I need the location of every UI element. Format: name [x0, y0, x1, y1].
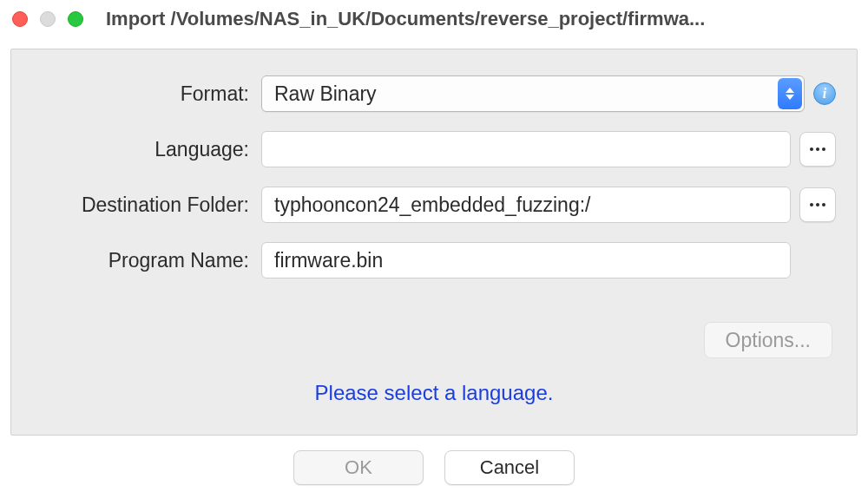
- program-label: Program Name:: [32, 249, 249, 272]
- language-label: Language:: [32, 138, 249, 161]
- language-row: Language:: [32, 131, 836, 167]
- format-label: Format:: [32, 82, 249, 106]
- ok-button: OK: [293, 450, 424, 485]
- format-row: Format: Raw Binary i: [32, 75, 836, 112]
- minimize-window-button: [40, 11, 56, 27]
- destination-label: Destination Folder:: [32, 193, 249, 217]
- ellipsis-icon: [816, 203, 819, 206]
- zoom-window-button[interactable]: [68, 11, 83, 27]
- traffic-lights: [12, 11, 83, 27]
- program-row: Program Name:: [32, 242, 836, 278]
- cancel-button[interactable]: Cancel: [444, 450, 575, 485]
- format-combobox[interactable]: Raw Binary: [261, 75, 805, 112]
- language-browse-button[interactable]: [799, 132, 836, 167]
- language-input[interactable]: [261, 131, 791, 167]
- dialog-body: Format: Raw Binary i Language:: [10, 49, 858, 436]
- options-row: Options...: [32, 322, 836, 358]
- destination-input[interactable]: [261, 187, 791, 223]
- destination-browse-button[interactable]: [799, 187, 836, 222]
- options-button: Options...: [704, 322, 832, 358]
- info-icon[interactable]: i: [813, 82, 836, 105]
- dropdown-arrows-icon: [778, 78, 802, 109]
- ellipsis-icon: [816, 147, 819, 151]
- form-area: Format: Raw Binary i Language:: [32, 75, 836, 298]
- program-name-input[interactable]: [261, 242, 791, 278]
- titlebar: Import /Volumes/NAS_in_UK/Documents/reve…: [0, 0, 868, 38]
- close-window-button[interactable]: [12, 11, 28, 27]
- format-value: Raw Binary: [274, 82, 377, 106]
- destination-row: Destination Folder:: [32, 187, 836, 223]
- window-title: Import /Volumes/NAS_in_UK/Documents/reve…: [106, 8, 856, 30]
- status-message: Please select a language.: [32, 381, 836, 405]
- button-bar: OK Cancel: [0, 446, 868, 496]
